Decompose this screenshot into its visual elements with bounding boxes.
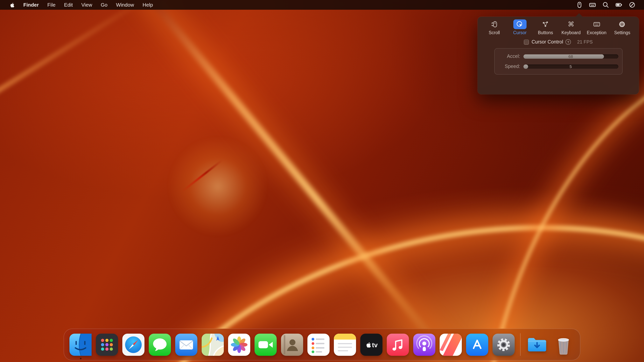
menu-go[interactable]: Go	[96, 2, 112, 8]
tab-label: Exception	[587, 30, 606, 35]
accel-label: Accel:	[498, 54, 520, 59]
tab-label: Keyboard	[562, 30, 580, 35]
accel-value: 68	[523, 54, 618, 58]
dock-icon-downloads[interactable]	[526, 334, 548, 356]
dock-icon-messages[interactable]	[149, 334, 171, 356]
dock-icon-photos[interactable]	[228, 334, 250, 356]
tab-buttons[interactable]: Buttons	[533, 19, 558, 35]
tab-scroll[interactable]: Scroll	[482, 19, 506, 35]
tab-label: Scroll	[489, 30, 500, 35]
dock-icon-maps[interactable]	[202, 334, 224, 356]
speed-row: Speed: 5	[498, 61, 618, 71]
dock-icon-launchpad[interactable]	[96, 334, 118, 356]
dock-icon-system-settings[interactable]	[492, 334, 515, 356]
dock-icon-apple-tv[interactable]: tv	[360, 334, 382, 356]
menubar-mouse-icon[interactable]	[576, 1, 582, 8]
gear-icon	[616, 19, 629, 29]
exception-tab-icon	[590, 19, 603, 29]
dock-icon-finder[interactable]	[70, 334, 92, 356]
dock-icon-facetime[interactable]	[254, 334, 277, 356]
dock-icon-contacts[interactable]	[281, 334, 303, 356]
dock-icon-news[interactable]	[440, 334, 462, 356]
menubar-keyboard-icon[interactable]	[589, 1, 596, 8]
wallpaper-glow	[167, 136, 268, 237]
panel-arrow	[576, 13, 582, 17]
menu-app-name[interactable]: Finder	[19, 2, 43, 8]
cursor-control-checkbox[interactable]	[524, 39, 529, 44]
mouse-settings-panel: Scroll Cursor Buttons ⌘ Keyboard	[478, 17, 639, 94]
dock-icon-safari[interactable]	[122, 334, 144, 356]
scroll-tab-icon	[488, 19, 501, 29]
dock-icon-podcasts[interactable]	[413, 334, 435, 356]
tab-exception[interactable]: Exception	[584, 19, 608, 35]
cursor-control-label: Cursor Control	[532, 39, 563, 45]
tab-label: Cursor	[513, 30, 526, 35]
tab-cursor[interactable]: Cursor	[508, 19, 532, 35]
tab-label: Settings	[614, 30, 630, 35]
dock-icon-notes[interactable]	[334, 334, 356, 356]
apple-logo-icon	[9, 2, 15, 8]
dock-separator	[520, 333, 520, 356]
apple-menu[interactable]	[6, 2, 19, 8]
speed-value: 5	[523, 64, 618, 69]
accel-slider[interactable]: 68	[523, 54, 618, 58]
desktop: Finder File Edit View Go Window Help	[0, 0, 644, 362]
buttons-tab-icon	[539, 19, 552, 29]
cursor-sliders-group: Accel: 68 Speed: 5	[494, 48, 622, 75]
wallpaper-curve	[0, 0, 151, 95]
battery-icon[interactable]	[616, 1, 622, 8]
accel-row: Accel: 68	[498, 51, 618, 61]
speed-label: Speed:	[498, 64, 520, 69]
menu-file[interactable]: File	[43, 2, 60, 8]
help-icon[interactable]: ?	[566, 39, 571, 45]
menu-bar-left: Finder File Edit View Go Window Help	[0, 2, 157, 8]
dock-icon-trash[interactable]	[552, 334, 574, 356]
tab-keyboard[interactable]: ⌘ Keyboard	[559, 19, 583, 35]
tab-settings[interactable]: Settings	[610, 19, 634, 35]
tv-wordmark: tv	[372, 342, 378, 349]
menu-view[interactable]: View	[77, 2, 96, 8]
dock: tv	[64, 329, 580, 361]
cursor-tab-icon	[513, 19, 526, 29]
speed-slider[interactable]: 5	[523, 64, 618, 69]
panel-tab-bar: Scroll Cursor Buttons ⌘ Keyboard	[478, 17, 639, 35]
cursor-control-row: Cursor Control ? 21 FPS	[478, 39, 639, 45]
command-key-icon: ⌘	[564, 19, 578, 29]
menu-help[interactable]: Help	[138, 2, 157, 8]
tab-label: Buttons	[538, 30, 553, 35]
menu-edit[interactable]: Edit	[60, 2, 77, 8]
menu-bar-status-area	[576, 1, 644, 8]
spotlight-icon[interactable]	[602, 1, 609, 8]
menu-window[interactable]: Window	[112, 2, 138, 8]
circle-slash-icon[interactable]	[629, 1, 636, 8]
dock-icon-mail[interactable]	[175, 334, 197, 356]
menu-bar: Finder File Edit View Go Window Help	[0, 0, 644, 10]
fps-value: 21 FPS	[577, 39, 593, 45]
running-indicator	[80, 358, 81, 359]
dock-icon-reminders[interactable]	[308, 334, 330, 356]
dock-icon-music[interactable]	[387, 334, 409, 356]
dock-icon-app-store[interactable]	[466, 334, 488, 356]
